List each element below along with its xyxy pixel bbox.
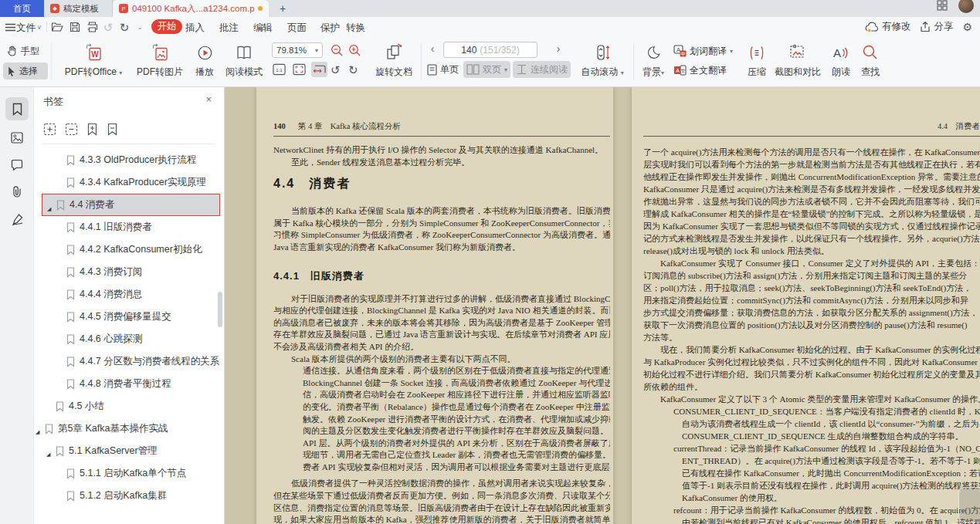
full-translate-button[interactable]: A文 全文翻译 — [670, 62, 730, 79]
share-label: 分享 — [934, 20, 953, 33]
menu-comment[interactable]: 批注 — [219, 22, 239, 35]
pdf-to-image-button[interactable]: PDF转图片 — [130, 40, 190, 79]
collapse-all-button[interactable] — [65, 123, 78, 136]
rotate-right-button[interactable]: ↻ — [345, 61, 361, 78]
open-file-icon[interactable] — [50, 20, 64, 34]
text-line: 现在，我们简要分析 KafkaConsumer 初始化的过程。由于 KafkaC… — [643, 343, 980, 356]
hamburger-icon[interactable] — [3, 20, 17, 34]
menu-protect[interactable]: 保护 — [320, 22, 340, 35]
modified-status[interactable]: 有修改 — [865, 20, 911, 33]
menu-page[interactable]: 页面 — [287, 22, 307, 35]
bookmark-item[interactable]: 4.4.7 分区数与消费者线程的关系 — [42, 350, 220, 373]
snapshot-compare-button[interactable]: 截图和对比 — [772, 40, 823, 79]
reading-mode-button[interactable]: 阅读模式 — [219, 40, 270, 79]
print-icon[interactable] — [85, 20, 99, 34]
panel-scrollbar-thumb[interactable] — [218, 292, 222, 327]
thumbnails-panel-button[interactable] — [5, 126, 29, 149]
word-translate-button[interactable]: A中 划词翻译 ▾ — [670, 42, 736, 59]
signature-panel-button[interactable] — [5, 208, 29, 231]
add-bookmark-button[interactable] — [86, 123, 98, 136]
text-line: 的高级消息者已被废弃，未来的版本将会将其移除，因为高级消费者是基于 ZooKee… — [273, 317, 610, 330]
menu-file[interactable]: 文件 — [16, 22, 36, 35]
remove-bookmark-button[interactable] — [107, 123, 118, 136]
tab-home[interactable]: 首页 — [0, 0, 44, 17]
bookmark-item[interactable]: 4.4.1 旧版消费者 — [42, 216, 220, 238]
hand-tool-button[interactable]: 手型 — [3, 42, 48, 59]
pdf-to-office-button[interactable]: W PDF转Office ▾ — [60, 40, 127, 79]
quickbar-more-icon[interactable]: ⌄ — [133, 20, 147, 34]
bookmark-item[interactable]: 4.4.8 消费者平衡过程 — [42, 373, 220, 395]
settings-gear-icon[interactable]: ⚙ — [962, 22, 972, 32]
text-line: 习惯称 SimpleConsumer 为低级消费者，称 ZooKeeperCon… — [273, 229, 610, 242]
compress-label: 压缩 — [748, 66, 766, 79]
continuous-reading-button[interactable]: 连续阅读 — [513, 61, 571, 78]
text-line: 记的方式来检测线程是否发生并发操作，以此保证只有一个线程操作。另外，acquri… — [643, 232, 980, 245]
rotate-document-button[interactable]: 旋转文档 — [369, 40, 419, 79]
bookmark-item[interactable]: 5.1.1 启动Kafka单个节点 — [42, 462, 220, 485]
bookmark-item[interactable]: 4.4.6 心跳探测 — [42, 328, 220, 350]
fit-width-button[interactable] — [311, 62, 327, 77]
text-line: 低级消费者提供了一种灵活控制数据消费的操作，虽然对调用者来说实现起来较复杂， — [273, 478, 610, 490]
bookmark-item[interactable]: 4.4.3 消费订阅 — [42, 261, 220, 283]
find-button[interactable]: 查找 — [856, 40, 885, 79]
page-header: 140 第 4 章 Kafka 核心流程分析 — [273, 121, 610, 137]
close-panel-icon[interactable]: × — [205, 93, 212, 105]
text-line: CONSUMER_CLIENT_ID_SEQUENCE 生成的自增整数组合构成的… — [682, 430, 980, 442]
document-viewport[interactable]: 140 第 4 章 Kafka 核心流程分析 NetworkClinet 持有的… — [225, 87, 980, 524]
autoscroll-button[interactable]: 自动滚动 ▾ — [578, 40, 627, 79]
attachments-panel-button[interactable] — [5, 180, 29, 203]
expander-icon[interactable] — [36, 425, 39, 438]
play-button[interactable]: 播放 — [188, 40, 221, 79]
comments-panel-button[interactable] — [5, 153, 29, 176]
save-icon[interactable] — [68, 20, 82, 34]
tab-document[interactable]: P 049100 Kafka入...a1234.com.pdf — [113, 0, 269, 17]
menu-edit[interactable]: 编辑 — [253, 22, 273, 35]
zoom-level-select[interactable]: 79.81% ▾ — [272, 42, 323, 58]
bookmark-item[interactable]: 4.5 小结 — [42, 395, 220, 418]
expand-all-button[interactable] — [43, 123, 56, 136]
expander-icon[interactable] — [47, 202, 51, 215]
next-page-button[interactable]: › — [553, 42, 564, 55]
page-number-input[interactable]: 140 (151/352) — [443, 42, 537, 58]
read-aloud-button[interactable]: A 朗读 — [825, 40, 857, 79]
fit-page-button[interactable] — [291, 62, 307, 77]
bookmark-item[interactable]: 4.3.3 OldProducer执行流程 — [42, 149, 220, 171]
double-page-button[interactable]: 双页 ▾ — [463, 61, 510, 78]
bookmark-item[interactable]: 5.1 KafkaServer管理 — [42, 440, 220, 462]
text-line: 区；poll()方法，用于拉取消息；seek()方法、seekToBeginni… — [643, 282, 980, 294]
file-caret-icon[interactable]: ∨ — [37, 24, 42, 31]
avatar[interactable] — [958, 0, 974, 13]
previous-page-button[interactable]: ‹ — [427, 42, 438, 55]
bookmark-item[interactable]: 4.4.4 消费消息 — [42, 283, 220, 306]
zoom-in-icon — [348, 44, 361, 57]
bookmark-item[interactable]: 5.1.2 启动Kafka集群 — [42, 485, 220, 507]
bookmark-item[interactable]: 4.4.5 消费偏移量提交 — [42, 306, 220, 328]
bookmark-label: 4.4.5 消费偏移量提交 — [80, 310, 171, 323]
zoom-out-button[interactable] — [327, 42, 347, 59]
chevron-down-icon: ▾ — [621, 69, 624, 76]
actual-size-button[interactable]: 1:1 — [271, 62, 287, 77]
floating-widget[interactable] — [958, 487, 980, 522]
expander-icon[interactable] — [46, 448, 50, 461]
zoom-in-button[interactable] — [345, 42, 365, 59]
redo-icon[interactable]: ↻ — [117, 20, 131, 34]
compress-button[interactable]: 压缩 — [740, 40, 774, 79]
svg-text:A: A — [677, 46, 680, 53]
new-tab-button[interactable]: + — [275, 1, 290, 16]
menu-convert[interactable]: 转换 — [346, 22, 365, 35]
rotate-left-button[interactable]: ↺ — [327, 61, 344, 78]
apps-grid-icon[interactable] — [937, 0, 948, 11]
share-button[interactable]: 分享 — [920, 20, 953, 33]
undo-icon[interactable]: ↺ — [101, 20, 115, 34]
select-tool-button[interactable]: 选择 — [3, 63, 48, 79]
menu-start[interactable]: 开始 — [151, 19, 182, 34]
bookmark-item[interactable]: 第5章 Kafka基本操作实战 — [42, 418, 220, 440]
bookmark-item[interactable]: 4.4 消费者 — [42, 194, 220, 216]
menu-insert[interactable]: 插入 — [185, 22, 205, 35]
single-page-button[interactable]: 单页 — [424, 61, 462, 78]
background-button[interactable]: 背景▾ — [636, 40, 670, 79]
tab-template[interactable]: ◆ 稿定模板 — [44, 0, 113, 17]
bookmark-item[interactable]: 4.3.4 KafkaProducer实现原理 — [42, 171, 220, 194]
bookmark-item[interactable]: 4.4.2 KafkaConsumer初始化 — [42, 238, 220, 261]
bookmarks-panel-button[interactable] — [5, 97, 29, 120]
